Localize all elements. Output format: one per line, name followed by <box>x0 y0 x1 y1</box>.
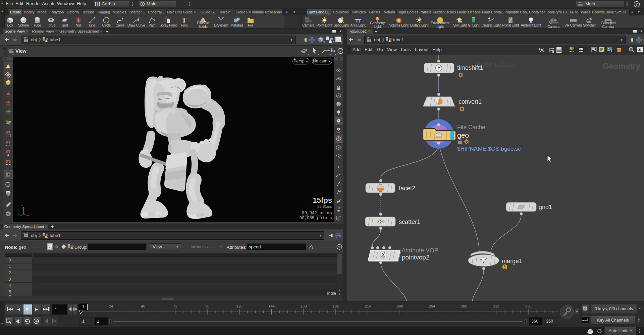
svg-text:Attribute VOP: Attribute VOP <box>401 247 438 254</box>
svg-text:312: 312 <box>493 304 499 308</box>
svg-text:144: 144 <box>268 304 274 308</box>
svg-text:timeshift1: timeshift1 <box>457 64 483 71</box>
svg-text:?: ? <box>338 245 340 249</box>
svg-text:120: 120 <box>236 304 243 308</box>
svg-text:File Cache: File Cache <box>457 124 485 131</box>
svg-text:96: 96 <box>205 304 209 308</box>
svg-text:216: 216 <box>365 304 371 308</box>
svg-text:192: 192 <box>333 304 339 308</box>
svg-text:168: 168 <box>301 304 307 308</box>
svg-text:?: ? <box>636 2 638 7</box>
svg-text:merge1: merge1 <box>502 258 522 265</box>
svg-text:?: ? <box>339 49 342 53</box>
svg-text:288: 288 <box>461 304 467 308</box>
svg-text:264: 264 <box>429 304 435 308</box>
svg-text:convert1: convert1 <box>459 98 482 105</box>
svg-text:12: 12 <box>337 206 341 210</box>
svg-text:12: 12 <box>338 189 341 192</box>
svg-text:Geometry: Geometry <box>603 61 641 70</box>
svg-text:y: y <box>21 204 23 207</box>
svg-text:geo: geo <box>457 131 469 139</box>
svg-text:$HIPNAME.$OS.bgeo.sc: $HIPNAME.$OS.bgeo.sc <box>457 146 521 152</box>
svg-text:z: z <box>18 212 19 216</box>
svg-text:T: T <box>182 16 186 24</box>
svg-text:240: 240 <box>397 304 403 308</box>
svg-text:72: 72 <box>173 304 177 308</box>
svg-text:scatter1: scatter1 <box>399 219 420 225</box>
svg-text:facet2: facet2 <box>399 185 415 192</box>
svg-text:48: 48 <box>141 304 145 308</box>
svg-text:24: 24 <box>109 304 113 308</box>
svg-text:pointvop2: pointvop2 <box>402 254 429 261</box>
svg-text:grid1: grid1 <box>539 204 552 210</box>
svg-text:x: x <box>30 212 31 216</box>
svg-text:336: 336 <box>525 304 531 308</box>
